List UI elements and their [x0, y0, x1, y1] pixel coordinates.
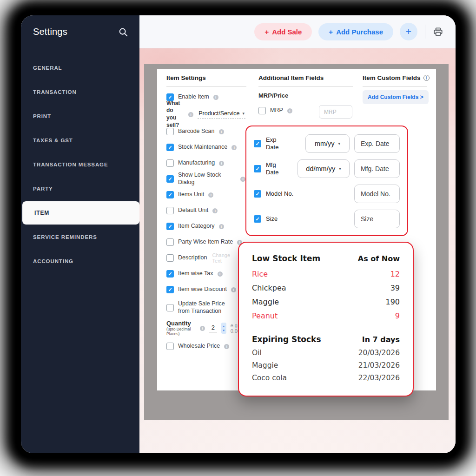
mrp-price-label: MRP/Price	[258, 92, 288, 99]
change-text-link[interactable]: Change Text	[212, 252, 236, 264]
item-settings-rows: ✓Enable ItemiWhat do you sell?iProduct/S…	[166, 89, 245, 354]
info-icon[interactable]: i	[231, 145, 237, 150]
field-checkbox[interactable]: ✓	[254, 140, 261, 147]
info-icon[interactable]: i	[208, 192, 213, 198]
sidebar-nav: GENERALTRANSACTIONPRINTTAXES & GSTTRANSA…	[21, 56, 139, 273]
expiry-date: 22/03/2026	[358, 374, 400, 382]
setting-checkbox[interactable]: ✓	[166, 286, 174, 293]
setting-row: ✓Stock Maintenancei	[166, 139, 245, 155]
stepper-up-icon[interactable]: ▴	[223, 324, 225, 328]
info-icon[interactable]: i	[219, 129, 224, 134]
mrp-input[interactable]: MRP	[319, 105, 352, 119]
setting-checkbox[interactable]: ✓	[166, 175, 174, 183]
low-stock-row: Peanut9	[252, 311, 400, 320]
sidebar-item-accounting[interactable]: ACCOUNTING	[21, 249, 139, 273]
field-input[interactable]: Exp. Date	[354, 134, 400, 153]
expiring-row: Coco cola22/03/2026	[252, 374, 400, 382]
info-icon[interactable]: i	[224, 344, 229, 349]
app-window: Settings GENERALTRANSACTIONPRINTTAXES & …	[21, 15, 456, 453]
sidebar-item-label: PRINT	[33, 113, 51, 119]
sidebar-item-transaction-message[interactable]: TRANSACTION MESSAGE	[21, 152, 139, 177]
info-icon[interactable]: i	[188, 112, 193, 117]
info-icon[interactable]: i	[231, 287, 236, 292]
setting-checkbox[interactable]	[166, 207, 174, 214]
settings-content-backdrop: Item Settings Additional Item Fields Ite…	[139, 48, 456, 453]
sidebar-item-item[interactable]: ITEM	[22, 201, 139, 225]
add-purchase-label: Add Purchase	[336, 28, 383, 36]
format-select[interactable]: mm/yy▾	[305, 134, 350, 153]
print-button[interactable]	[433, 26, 443, 37]
chevron-down-icon: ▾	[242, 111, 245, 116]
additional-fields-column-title: Additional Item Fields	[258, 74, 324, 81]
info-icon[interactable]: i	[240, 177, 245, 182]
setting-checkbox[interactable]	[166, 254, 174, 262]
expiry-date: 21/03/2026	[358, 361, 400, 370]
setting-label: Default Unit	[178, 207, 208, 214]
search-icon[interactable]	[118, 27, 128, 37]
printer-icon	[433, 26, 443, 37]
sidebar-item-label: ITEM	[34, 210, 49, 216]
sidebar-item-label: TAXES & GST	[33, 138, 73, 143]
sidebar-item-party[interactable]: PARTY	[21, 177, 139, 201]
setting-checkbox[interactable]: ✓	[166, 270, 174, 278]
item-name: Rice	[252, 270, 268, 278]
setting-checkbox[interactable]: ✓	[166, 144, 174, 151]
quick-add-button[interactable]: +	[400, 23, 417, 40]
quantity-value[interactable]: 2	[209, 324, 217, 332]
sidebar-header: Settings	[21, 15, 139, 37]
info-icon[interactable]: i	[287, 108, 292, 113]
sell-type-dropdown[interactable]: Product/Service▾	[198, 110, 245, 119]
field-label: MfgDate	[266, 161, 278, 177]
setting-checkbox[interactable]: ✓	[166, 191, 174, 198]
setting-checkbox[interactable]	[166, 159, 174, 167]
info-icon[interactable]: i	[200, 326, 205, 331]
info-icon[interactable]: i	[219, 161, 224, 166]
plus-icon: +	[329, 28, 333, 36]
item-quantity: 39	[390, 284, 400, 292]
field-input[interactable]: Model No.	[354, 185, 400, 203]
add-sale-button[interactable]: + Add Sale	[254, 23, 312, 40]
field-checkbox[interactable]: ✓	[254, 215, 261, 223]
field-checkbox[interactable]: ✓	[254, 165, 261, 172]
sidebar-item-taxes-gst[interactable]: TAXES & GST	[21, 128, 139, 152]
setting-row: DescriptionChange Texti	[166, 250, 245, 266]
quantity-stepper[interactable]: ▴▾	[221, 323, 226, 334]
low-stock-title: Low Stock Item	[252, 254, 320, 263]
highlight-field-row: ✓ExpDatemm/yy▾Exp. Date	[254, 131, 400, 156]
sidebar-item-print[interactable]: PRINT	[21, 104, 139, 128]
field-checkbox[interactable]: ✓	[254, 190, 261, 198]
low-stock-row: Rice12	[252, 270, 400, 278]
sidebar-item-transaction[interactable]: TRANSACTION	[21, 80, 139, 104]
settings-sidebar: Settings GENERALTRANSACTIONPRINTTAXES & …	[21, 15, 139, 453]
expiring-list: Oil20/03/2026Maggie21/03/2026Coco cola22…	[252, 349, 400, 382]
highlight-field-row: ✓Model No.Model No.	[254, 181, 400, 206]
info-icon[interactable]: i	[219, 224, 224, 229]
stepper-down-icon[interactable]: ▾	[223, 328, 225, 332]
sidebar-item-label: TRANSACTION	[33, 89, 77, 95]
info-icon[interactable]: i	[212, 208, 218, 213]
quantity-row: Quantity(upto Decimal Places)i2▴▾e.g. 0.…	[166, 318, 245, 338]
format-select[interactable]: dd/mm/yy▾	[298, 159, 350, 178]
setting-label: Show Low Stock Dialog	[178, 172, 236, 186]
setting-checkbox[interactable]	[166, 128, 174, 135]
sidebar-item-general[interactable]: GENERAL	[21, 56, 139, 80]
setting-checkbox[interactable]	[166, 343, 174, 350]
add-custom-fields-button[interactable]: Add Custom Fields >	[363, 90, 429, 104]
plus-icon: +	[264, 28, 269, 36]
item-name: Chickpea	[252, 284, 286, 292]
column-divider	[166, 86, 246, 87]
setting-checkbox[interactable]	[166, 304, 174, 311]
field-input[interactable]: Mfg. Date	[354, 159, 400, 178]
info-icon[interactable]: i	[218, 271, 223, 277]
add-purchase-button[interactable]: + Add Purchase	[318, 23, 393, 40]
field-label: ExpDate	[266, 136, 278, 152]
info-icon[interactable]: i	[423, 75, 430, 81]
setting-checkbox[interactable]: ✓	[166, 223, 174, 230]
sidebar-item-service-reminders[interactable]: SERVICE REMINDERS	[21, 225, 139, 249]
sidebar-item-label: TRANSACTION MESSAGE	[33, 162, 108, 167]
field-label: Size	[266, 215, 278, 223]
info-icon[interactable]: i	[213, 95, 218, 100]
field-input[interactable]: Size	[354, 210, 400, 228]
mrp-checkbox[interactable]	[258, 107, 266, 114]
setting-checkbox[interactable]	[166, 238, 174, 246]
